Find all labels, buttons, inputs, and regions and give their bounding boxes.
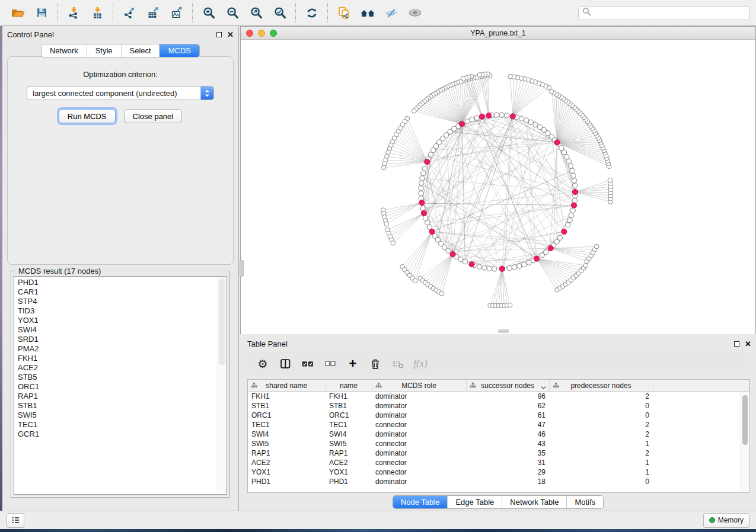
show-hidden-button[interactable] [403, 2, 427, 24]
table-cell: dominator [372, 430, 466, 439]
result-node-item[interactable]: TID3 [18, 306, 227, 316]
table-row[interactable]: RAP1RAP1dominator352 [248, 448, 749, 458]
toolbar-separator [327, 4, 328, 23]
zoom-out-button[interactable] [221, 2, 244, 24]
mcds-result-list[interactable]: PHD1CAR1STP4TID3YOX1SWI4SRD1PMA2FKH1ACE2… [14, 276, 227, 495]
new-network-from-selection-button[interactable] [332, 2, 356, 24]
network-canvas[interactable] [241, 40, 755, 334]
tab-style[interactable]: Style [87, 44, 121, 57]
result-node-item[interactable]: STP4 [18, 297, 227, 306]
toolbar-separator [192, 4, 193, 23]
result-node-item[interactable]: ACE2 [18, 363, 227, 373]
run-mcds-button[interactable]: Run MCDS [59, 109, 116, 123]
table-row[interactable]: PHD1PHD1dominator180 [248, 477, 749, 486]
table-row[interactable]: ORC1ORC1dominator610 [248, 411, 749, 420]
table-row[interactable]: FKH1FKH1dominator962 [248, 392, 749, 402]
table-cell-filler [653, 411, 749, 420]
column-header-successor-nodes[interactable]: successor nodes [466, 380, 549, 392]
result-node-item[interactable]: STB1 [18, 401, 227, 411]
table-tab-edge-table[interactable]: Edge Table [447, 496, 502, 508]
optimization-criterion-select[interactable]: largest connected component (undirected) [27, 86, 214, 100]
result-node-item[interactable]: FKH1 [18, 354, 227, 363]
table-cell: 96 [466, 392, 549, 402]
import-table-icon [91, 7, 104, 19]
close-panel-button[interactable]: Close panel [124, 109, 183, 123]
column-header-MCDS-role[interactable]: MCDS role [372, 380, 466, 392]
splitter-thumb[interactable] [240, 260, 244, 277]
table-cell: 1 [549, 467, 653, 477]
tab-network[interactable]: Network [42, 44, 87, 57]
table-row[interactable]: SWI4SWI4dominator462 [248, 430, 749, 439]
table-cell: 47 [466, 420, 549, 430]
zoom-fit-button[interactable] [244, 2, 268, 24]
network-window-titlebar[interactable]: YPA_prune.txt_1 [241, 27, 755, 40]
table-tab-motifs[interactable]: Motifs [566, 496, 603, 508]
search-input[interactable] [591, 8, 746, 18]
table-scrollbar[interactable] [741, 392, 749, 492]
export-image-button[interactable] [165, 2, 189, 24]
export-network-button[interactable] [117, 2, 141, 24]
close-table-panel-icon[interactable]: ✕ [745, 341, 751, 347]
column-header-predecessor-nodes[interactable]: predecessor nodes [549, 380, 653, 392]
close-panel-icon[interactable]: ✕ [227, 32, 234, 37]
open-file-button[interactable] [6, 2, 30, 24]
tab-mcds[interactable]: MCDS [160, 44, 199, 57]
function-builder-button: f(x) [412, 355, 429, 373]
eye-gray-icon [408, 8, 422, 17]
delete-column-button[interactable] [367, 355, 384, 373]
table-cell-filler [653, 458, 749, 467]
float-panel-icon[interactable] [216, 32, 222, 37]
select-all-button[interactable] [299, 355, 316, 373]
result-node-item[interactable]: SWI4 [18, 325, 227, 335]
table-tab-node-table[interactable]: Node Table [393, 496, 448, 508]
result-node-item[interactable]: CAR1 [18, 287, 227, 297]
clear-selection-button[interactable] [322, 355, 339, 373]
table-row[interactable]: YOX1YOX1connector291 [248, 467, 749, 477]
result-node-item[interactable]: PHD1 [18, 278, 227, 287]
task-history-button[interactable] [7, 513, 24, 528]
table-row[interactable]: SWI5SWI5connector431 [248, 439, 749, 448]
zoom-selected-button[interactable] [268, 2, 292, 24]
refresh-button[interactable] [300, 2, 324, 24]
table-cell: 31 [466, 458, 549, 467]
table-cell: dominator [372, 477, 466, 486]
show-columns-button[interactable] [277, 355, 294, 373]
result-node-item[interactable]: STB5 [18, 373, 227, 382]
export-table-button[interactable] [141, 2, 165, 24]
first-neighbors-button[interactable] [356, 2, 379, 24]
add-column-button[interactable]: + [344, 355, 361, 373]
column-header-shared-name[interactable]: shared name [248, 380, 326, 392]
table-cell: connector [372, 458, 466, 467]
result-node-item[interactable]: ORC1 [18, 382, 227, 392]
hide-selected-button[interactable] [379, 2, 403, 24]
import-network-button[interactable] [62, 2, 85, 24]
result-node-item[interactable]: SRD1 [18, 335, 227, 344]
float-table-panel-icon[interactable] [734, 341, 739, 347]
org-chart-icon [375, 382, 382, 390]
zoom-in-button[interactable] [197, 2, 221, 24]
import-table-button[interactable] [85, 2, 109, 24]
tab-select[interactable]: Select [121, 44, 160, 57]
table-row[interactable]: TEC1TEC1connector472 [248, 420, 749, 430]
column-header-name[interactable]: name [326, 380, 372, 392]
result-node-item[interactable]: TEC1 [18, 420, 227, 430]
canvas-horizontal-scroll-thumb[interactable] [498, 329, 509, 333]
result-node-item[interactable]: RAP1 [18, 392, 227, 401]
result-node-item[interactable]: SWI5 [18, 411, 227, 420]
mcds-result-title: MCDS result (17 nodes) [16, 267, 103, 275]
table-row[interactable]: STB1STB1dominator620 [248, 401, 749, 411]
result-list-scrollbar[interactable] [218, 277, 226, 493]
table-cell: 46 [466, 430, 549, 439]
result-node-item[interactable]: GCR1 [18, 430, 227, 439]
memory-button[interactable]: Memory [703, 513, 749, 528]
result-node-item[interactable]: YOX1 [18, 316, 227, 325]
table-row[interactable]: ACE2ACE2connector311 [248, 458, 749, 467]
save-session-button[interactable] [30, 2, 53, 24]
table-cell: YOX1 [248, 467, 326, 477]
table-tab-network-table[interactable]: Network Table [502, 496, 566, 508]
toolbar-separator [295, 4, 296, 23]
desktop-wallpaper-bottom [0, 529, 756, 532]
result-node-item[interactable]: PMA2 [18, 344, 227, 354]
table-settings-button[interactable]: ⚙ [254, 355, 271, 373]
save-icon [36, 7, 48, 19]
